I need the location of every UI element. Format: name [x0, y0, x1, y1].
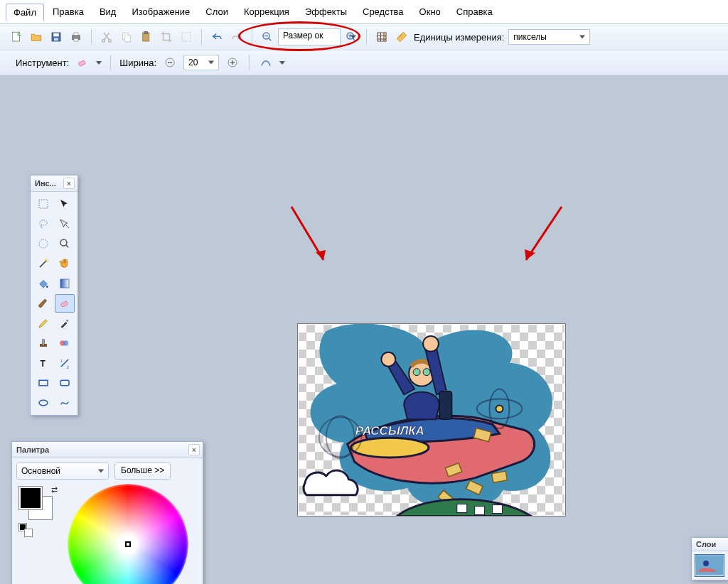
tool-clone[interactable] [33, 334, 53, 352]
tool-gradient[interactable] [55, 274, 75, 293]
palette-panel[interactable]: Палитра × Основной Больше >> ⇄ [11, 441, 203, 584]
tool-rect-select[interactable] [33, 195, 53, 213]
undo-icon[interactable] [209, 29, 225, 45]
tool-rectangle[interactable] [33, 374, 53, 392]
tool-freeform[interactable] [55, 394, 75, 412]
units-select[interactable]: пикселы [508, 29, 590, 45]
deselect-icon[interactable] [178, 29, 194, 45]
menu-file[interactable]: Файл [6, 4, 44, 21]
palette-panel-title: Палитра [16, 445, 49, 454]
tool-move-selected[interactable] [55, 215, 75, 233]
layers-panel[interactable]: Слои [691, 537, 728, 580]
width-increase-icon[interactable] [225, 55, 240, 70]
tool-dropdown-arrow[interactable] [96, 61, 102, 65]
reset-colors-white[interactable] [25, 529, 32, 536]
palette-top-row: Основной Больше >> [12, 458, 203, 484]
menu-tools[interactable]: Средства [355, 4, 411, 20]
close-icon[interactable]: × [63, 178, 75, 189]
menu-effects[interactable]: Эффекты [298, 4, 354, 20]
tool-ellipse[interactable] [33, 394, 53, 412]
tool-line[interactable]: 12 [55, 354, 75, 372]
red-annotation-arrow-left [284, 203, 341, 274]
tool-ellipse-select[interactable] [33, 234, 53, 253]
primary-color[interactable] [19, 487, 42, 509]
tool-zoom[interactable] [55, 234, 75, 253]
tool-fill[interactable] [33, 274, 53, 293]
separator [110, 55, 111, 70]
svg-rect-3 [54, 38, 58, 41]
tool-pan[interactable] [55, 254, 75, 273]
close-icon[interactable]: × [188, 444, 200, 455]
tools-panel[interactable]: Инс... × T 12 [30, 175, 78, 416]
menu-image[interactable]: Изображение [124, 4, 197, 20]
menu-window[interactable]: Окно [412, 4, 448, 20]
width-decrease-icon[interactable] [162, 55, 178, 70]
main-toolbar: Размер ок Единицы измерения: пикселы [0, 24, 728, 50]
antialias-dropdown-arrow[interactable] [279, 61, 285, 65]
svg-text:T: T [41, 359, 46, 369]
menu-help[interactable]: Справка [449, 4, 500, 20]
svg-text:1: 1 [60, 359, 63, 363]
save-icon[interactable] [48, 29, 64, 45]
tool-recolor[interactable] [55, 334, 75, 352]
canvas-document[interactable]: РАССЫЛКА [297, 323, 566, 517]
more-button[interactable]: Больше >> [114, 463, 171, 480]
zoom-out-icon[interactable] [259, 29, 275, 45]
svg-point-47 [381, 352, 395, 367]
menu-layers[interactable]: Слои [198, 4, 235, 20]
svg-point-23 [46, 286, 48, 288]
menu-edit[interactable]: Правка [46, 4, 91, 20]
redo-icon[interactable] [229, 29, 245, 45]
units-label: Единицы измерения: [414, 32, 504, 43]
svg-point-36 [39, 400, 48, 406]
current-tool-eraser-icon[interactable] [75, 55, 90, 70]
tool-rounded-rect[interactable] [55, 374, 75, 392]
layer-thumbnail[interactable] [695, 554, 724, 577]
menu-adjust[interactable]: Коррекция [237, 4, 296, 20]
ruler-icon[interactable] [394, 29, 410, 45]
svg-rect-13 [182, 33, 191, 41]
copy-icon[interactable] [119, 29, 134, 45]
tool-text[interactable]: T [33, 354, 53, 372]
svg-line-60 [526, 207, 562, 260]
open-icon[interactable] [28, 29, 44, 45]
antialias-icon[interactable] [258, 55, 274, 70]
svg-point-45 [413, 369, 420, 376]
separator [249, 55, 250, 70]
tool-options-bar: Инструмент: Ширина: 20 [0, 50, 728, 75]
width-select[interactable]: 20 [183, 55, 219, 70]
paste-icon[interactable] [139, 29, 154, 45]
color-wheel[interactable] [68, 484, 188, 584]
tools-panel-title: Инс... [35, 179, 56, 188]
tools-panel-titlebar[interactable]: Инс... × [31, 175, 77, 192]
tool-lasso[interactable] [33, 215, 53, 233]
color-wheel-picker[interactable] [125, 541, 131, 547]
grid-icon[interactable] [374, 29, 390, 45]
svg-rect-35 [60, 380, 69, 386]
tool-color-picker[interactable] [55, 314, 75, 332]
zoom-level-select[interactable]: Размер ок [278, 28, 341, 45]
svg-point-46 [423, 369, 430, 376]
svg-marker-59 [316, 250, 326, 260]
svg-rect-10 [125, 36, 131, 42]
cut-icon[interactable] [99, 29, 114, 45]
svg-rect-62 [696, 556, 723, 575]
color-channel-select[interactable]: Основной [16, 463, 109, 480]
new-icon[interactable] [9, 29, 24, 45]
tool-eraser[interactable] [55, 294, 75, 313]
primary-secondary-swatch[interactable]: ⇄ [19, 487, 56, 524]
svg-point-43 [496, 405, 503, 412]
crop-icon[interactable] [159, 29, 174, 45]
tool-move[interactable] [55, 195, 75, 213]
svg-point-20 [40, 220, 48, 226]
separator [91, 29, 92, 45]
tool-magic-wand[interactable] [33, 254, 53, 273]
svg-rect-19 [39, 200, 48, 208]
swap-colors-icon[interactable]: ⇄ [51, 485, 58, 494]
layers-panel-titlebar[interactable]: Слои [692, 538, 728, 551]
print-icon[interactable] [68, 29, 84, 45]
tool-brush[interactable] [33, 294, 53, 313]
tool-pencil[interactable] [33, 314, 53, 332]
palette-panel-titlebar[interactable]: Палитра × [12, 442, 203, 458]
menu-view[interactable]: Вид [92, 4, 124, 20]
